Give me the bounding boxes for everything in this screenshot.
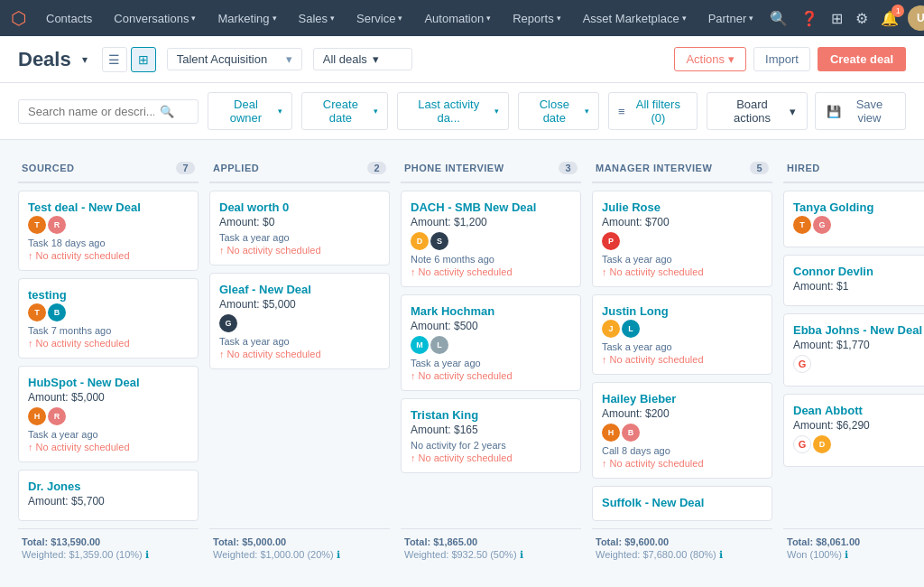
deal-owner-filter[interactable]: Deal owner ▾	[208, 92, 292, 130]
column-label: SOURCED	[22, 163, 75, 173]
deals-dropdown-icon[interactable]: ▾	[82, 53, 88, 66]
deal-note: Task a year ago	[411, 358, 571, 368]
actions-button[interactable]: Actions ▾	[674, 47, 746, 71]
chevron-down-icon: ▾	[749, 14, 753, 23]
create-date-filter[interactable]: Create date ▾	[301, 92, 388, 130]
deal-card[interactable]: testingTBTask 7 months ago↑ No activity …	[18, 278, 199, 359]
deal-filter-selector[interactable]: All deals ▾	[313, 48, 412, 70]
column-weighted: Weighted: $1,359.00 (10%) ℹ	[22, 549, 195, 561]
deal-note: Task a year ago	[219, 232, 380, 243]
save-view-button[interactable]: 💾 Save view	[815, 92, 906, 130]
deal-card[interactable]: HubSpot - New DealAmount: $5,000HRTask a…	[18, 366, 199, 462]
last-activity-filter[interactable]: Last activity da... ▾	[397, 92, 509, 130]
deal-title: Dr. Jones	[28, 480, 189, 493]
deal-card[interactable]: Dr. JonesAmount: $5,700	[18, 470, 199, 521]
deal-avatars: DS	[411, 232, 571, 250]
deal-amount: Amount: $6,290	[793, 419, 924, 432]
info-icon[interactable]: ℹ	[845, 549, 848, 560]
deal-title: Test deal - New Deal	[28, 200, 189, 214]
pipeline-label: Talent Acquisition	[177, 52, 267, 66]
deal-card[interactable]: Deal worth 0Amount: $0Task a year ago↑ N…	[209, 191, 390, 266]
deal-note: No activity for 2 years	[411, 440, 571, 451]
chevron-down-icon: ▾	[790, 105, 796, 118]
nav-partner[interactable]: Partner ▾	[699, 0, 763, 36]
deal-card[interactable]: Tristan KingAmount: $165No activity for …	[401, 398, 581, 473]
nav-reports[interactable]: Reports ▾	[504, 0, 570, 36]
deal-card[interactable]: Dean AbbottAmount: $6,290GD	[783, 394, 924, 467]
deal-card[interactable]: Tanya GoldingTG	[783, 191, 924, 247]
nav-marketing[interactable]: Marketing ▾	[208, 0, 285, 36]
deal-card[interactable]: Suffolk - New Deal	[592, 486, 772, 521]
avatar: T	[28, 216, 46, 234]
page-title: Deals	[18, 48, 71, 71]
deal-note: Task 7 months ago	[28, 325, 189, 336]
avatar: D	[411, 232, 429, 250]
avatar: G	[793, 355, 811, 373]
info-icon[interactable]: ℹ	[145, 549, 149, 560]
board-view-button[interactable]: ⊞	[131, 47, 156, 72]
help-icon[interactable]: ❓	[797, 6, 822, 31]
avatar: D	[813, 435, 831, 453]
deal-no-activity: ↑ No activity scheduled	[411, 266, 571, 277]
deal-no-activity: ↑ No activity scheduled	[602, 354, 762, 365]
avatar: R	[48, 216, 66, 234]
deal-avatars: TG	[793, 216, 924, 234]
create-deal-button[interactable]: Create deal	[818, 47, 906, 71]
pipeline-selector[interactable]: Talent Acquisition ▾	[167, 48, 302, 70]
chevron-down-icon: ▾	[278, 107, 282, 116]
deal-avatars: GD	[793, 435, 924, 453]
column-weighted: Weighted: $7,680.00 (80%) ℹ	[596, 549, 769, 561]
nav-service[interactable]: Service ▾	[347, 0, 411, 36]
import-button[interactable]: Import	[753, 47, 810, 71]
deal-amount: Amount: $5,000	[28, 391, 189, 404]
deal-card[interactable]: Test deal - New DealTRTask 18 days ago↑ …	[18, 191, 199, 271]
search-box[interactable]: 🔍	[18, 99, 199, 124]
save-icon: 💾	[827, 105, 841, 118]
deal-no-activity: ↑ No activity scheduled	[219, 245, 380, 256]
nav-automation[interactable]: Automation ▾	[415, 0, 500, 36]
notifications-icon[interactable]: 🔔	[877, 6, 902, 31]
nav-asset-marketplace[interactable]: Asset Marketplace ▾	[574, 0, 696, 36]
deal-title: Dean Abbott	[793, 404, 924, 417]
deal-card[interactable]: Hailey BieberAmount: $200HBCall 8 days a…	[592, 382, 772, 479]
deal-avatars: G	[793, 355, 924, 373]
search-icon[interactable]: 🔍	[766, 6, 791, 31]
deal-card[interactable]: Connor DevlinAmount: $1	[783, 255, 924, 306]
column-label: PHONE INTERVIEW	[404, 163, 504, 173]
chevron-down-icon: ▾	[374, 107, 378, 116]
info-icon[interactable]: ℹ	[520, 549, 523, 560]
deal-no-activity: ↑ No activity scheduled	[602, 266, 762, 277]
list-view-button[interactable]: ☰	[102, 47, 127, 72]
deal-card[interactable]: Ebba Johns - New DealAmount: $1,770G	[783, 313, 924, 387]
apps-icon[interactable]: ⊞	[827, 6, 846, 31]
deal-card[interactable]: Justin LongJLTask a year ago↑ No activit…	[592, 294, 772, 375]
deal-card[interactable]: Mark HochmanAmount: $500MLTask a year ag…	[401, 294, 581, 391]
deal-note: Note 6 months ago	[411, 254, 571, 265]
deal-card[interactable]: DACH - SMB New DealAmount: $1,200DSNote …	[401, 191, 581, 287]
deal-card[interactable]: Gleaf - New DealAmount: $5,000GTask a ye…	[209, 273, 390, 369]
info-icon[interactable]: ℹ	[719, 549, 723, 560]
avatar: T	[793, 216, 811, 234]
avatar: J	[602, 320, 620, 338]
settings-icon[interactable]: ⚙	[852, 6, 872, 31]
search-input[interactable]	[28, 105, 154, 118]
nav-conversations[interactable]: Conversations ▾	[105, 0, 205, 36]
column-applied: APPLIED2Deal worth 0Amount: $0Task a yea…	[209, 154, 390, 568]
all-filters-button[interactable]: ≡ All filters (0)	[608, 92, 698, 130]
info-icon[interactable]: ℹ	[337, 549, 340, 560]
avatar[interactable]: U	[908, 5, 924, 31]
deal-note: Task a year ago	[219, 336, 380, 347]
avatar: G	[219, 314, 237, 332]
hubspot-logo[interactable]: ⬡	[11, 7, 26, 29]
column-header-applied: APPLIED2	[209, 154, 390, 183]
column-header-manager-interview: MANAGER INTERVIEW5	[592, 154, 772, 183]
deal-card[interactable]: Julie RoseAmount: $700PTask a year ago↑ …	[592, 191, 772, 287]
board-actions-button[interactable]: Board actions ▾	[707, 92, 808, 130]
nav-contacts[interactable]: Contacts	[37, 0, 101, 36]
column-footer-phone-interview: Total: $1,865.00Weighted: $932.50 (50%) …	[401, 528, 581, 568]
close-date-filter[interactable]: Close date ▾	[518, 92, 599, 130]
deal-title: Julie Rose	[602, 200, 762, 214]
page-subheader: Deals ▾ ☰ ⊞ Talent Acquisition ▾ All dea…	[0, 36, 924, 83]
nav-sales[interactable]: Sales ▾	[290, 0, 345, 36]
deal-title: Deal worth 0	[219, 200, 380, 214]
